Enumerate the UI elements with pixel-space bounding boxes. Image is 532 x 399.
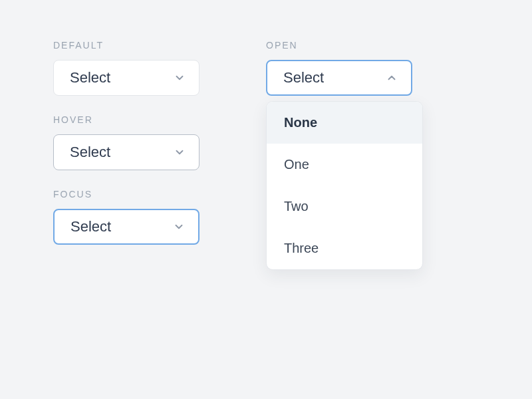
state-label-hover: HOVER	[53, 114, 200, 125]
select-hover[interactable]: Select	[53, 134, 200, 170]
option-none[interactable]: None	[267, 102, 422, 144]
select-open-value: Select	[283, 69, 324, 86]
chevron-down-icon	[174, 72, 186, 84]
state-label-default: DEFAULT	[53, 40, 200, 51]
option-three[interactable]: Three	[267, 227, 422, 269]
select-default[interactable]: Select	[53, 60, 200, 96]
select-focus-value: Select	[70, 218, 111, 235]
chevron-up-icon	[386, 72, 398, 84]
dropdown-panel: None One Two Three	[266, 101, 423, 270]
states-column-left: DEFAULT Select HOVER Select FOCUS Select	[53, 40, 200, 245]
state-label-focus: FOCUS	[53, 189, 200, 200]
state-label-open: OPEN	[266, 40, 412, 51]
select-default-value: Select	[70, 69, 110, 86]
option-one[interactable]: One	[267, 144, 422, 186]
chevron-down-icon	[174, 146, 186, 158]
option-two[interactable]: Two	[267, 186, 422, 227]
select-focus[interactable]: Select	[53, 209, 200, 245]
select-hover-value: Select	[70, 144, 110, 161]
select-open-wrap: Select None One Two Three	[266, 60, 412, 96]
select-open[interactable]: Select	[266, 60, 412, 96]
chevron-down-icon	[173, 221, 185, 233]
select-states-showcase: DEFAULT Select HOVER Select FOCUS Select…	[53, 40, 479, 245]
states-column-right: OPEN Select None One Two Three	[266, 40, 412, 245]
